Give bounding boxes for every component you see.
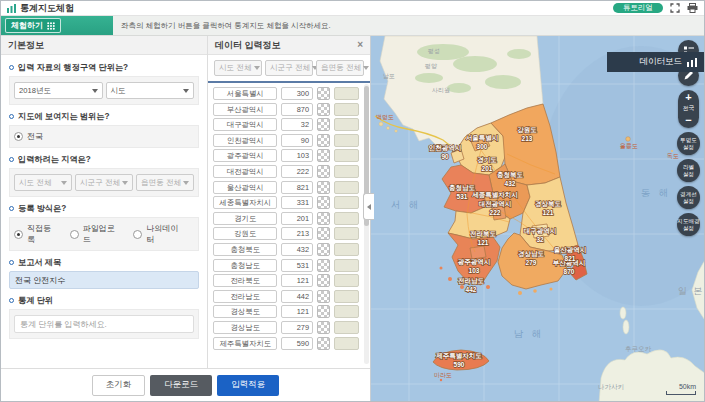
table-row: 제주특별자치도590 (213, 337, 359, 350)
databoard-tab[interactable]: 데이터보드 (607, 52, 704, 72)
method-radio-upload[interactable]: 파일업로드 (70, 223, 123, 245)
map-label: 평양 (425, 63, 437, 70)
color-swatch[interactable] (334, 212, 359, 225)
color-swatch[interactable] (334, 227, 359, 240)
close-icon[interactable]: × (357, 40, 363, 50)
sido-select[interactable]: 시도 전체 (14, 174, 72, 191)
map-area[interactable]: 서울특별시300부산광역시870대구광역시32인천광역시90광주광역시103대전… (371, 36, 704, 401)
color-swatch[interactable] (334, 118, 359, 131)
chevron-down-icon (183, 89, 189, 93)
region-value-input[interactable]: 121 (281, 274, 313, 287)
pattern-swatch[interactable] (317, 87, 330, 100)
color-swatch[interactable] (334, 181, 359, 194)
map-setting-button[interactable]: 라벨설정 (677, 159, 700, 182)
tutorial-button[interactable]: 튜토리얼 (613, 3, 663, 14)
region-value-input[interactable]: 300 (281, 87, 313, 100)
bullet-icon (9, 65, 14, 70)
region-value-input[interactable]: 201 (281, 212, 313, 225)
filter-sigungu-select[interactable]: 시군구 전체 (265, 60, 313, 76)
pattern-swatch[interactable] (317, 118, 330, 131)
region-value-input[interactable]: 32 (281, 118, 313, 131)
color-swatch[interactable] (334, 165, 359, 178)
color-swatch[interactable] (334, 134, 359, 147)
region-value-input[interactable]: 442 (281, 290, 313, 303)
print-icon[interactable] (687, 3, 698, 13)
try-button[interactable]: 체험하기 (5, 18, 61, 33)
table-row: 경상북도121 (213, 305, 359, 318)
region-name-cell: 서울특별시 (213, 87, 277, 100)
map-label: 광주광역시 (458, 258, 491, 266)
region-value-input[interactable]: 121 (281, 305, 313, 318)
question-stat-unit: 통계 단위 (18, 295, 53, 306)
eupmyeondong-select[interactable]: 읍면동 전체 (136, 174, 194, 191)
region-value-input[interactable]: 90 (281, 134, 313, 147)
fullscreen-icon[interactable] (670, 3, 680, 13)
filter-sido-select[interactable]: 시도 전체 (214, 60, 262, 76)
region-value-input[interactable]: 590 (281, 337, 313, 350)
report-title-input[interactable]: 전국 안전지수 (9, 271, 199, 289)
pattern-swatch[interactable] (317, 274, 330, 287)
table-row: 인천광역시90 (213, 134, 359, 147)
zoom-in-button[interactable]: + (685, 92, 691, 102)
korea-choropleth-map[interactable]: 서울특별시300부산광역시870대구광역시32인천광역시90광주광역시103대전… (371, 36, 704, 401)
range-radio-nationwide[interactable]: 전국 (14, 131, 43, 142)
pattern-swatch[interactable] (317, 196, 330, 209)
unit-select[interactable]: 시도 (106, 82, 195, 99)
region-value-input[interactable]: 213 (281, 227, 313, 240)
pattern-swatch[interactable] (317, 337, 330, 350)
color-swatch[interactable] (334, 243, 359, 256)
zoom-out-button[interactable]: − (685, 115, 691, 125)
pattern-swatch[interactable] (317, 227, 330, 240)
region-value-input[interactable]: 432 (281, 243, 313, 256)
pattern-swatch[interactable] (317, 149, 330, 162)
pattern-swatch[interactable] (317, 243, 330, 256)
color-swatch[interactable] (334, 305, 359, 318)
region-value-input[interactable]: 279 (281, 321, 313, 334)
panel-collapse-handle[interactable] (363, 193, 374, 220)
color-swatch[interactable] (334, 321, 359, 334)
color-swatch[interactable] (334, 103, 359, 116)
color-swatch[interactable] (334, 196, 359, 209)
pattern-swatch[interactable] (317, 181, 330, 194)
download-button[interactable]: 다운로드 (150, 375, 212, 396)
region-value-input[interactable]: 821 (281, 181, 313, 194)
region-name-cell: 강원도 (213, 227, 277, 240)
color-swatch[interactable] (334, 87, 359, 100)
region-value-input[interactable]: 103 (281, 149, 313, 162)
pattern-swatch[interactable] (317, 305, 330, 318)
method-radio-direct[interactable]: 직접등록 (14, 223, 59, 245)
region-value-input[interactable]: 531 (281, 259, 313, 272)
pattern-swatch[interactable] (317, 321, 330, 334)
pattern-swatch[interactable] (317, 290, 330, 303)
bullet-icon (9, 157, 14, 162)
region-value-input[interactable]: 870 (281, 103, 313, 116)
map-setting-button[interactable]: 지도배경설정 (677, 213, 700, 236)
map-setting-button[interactable]: 투명도설정 (677, 132, 700, 155)
zoom-extent-label[interactable]: 전국 (683, 104, 695, 113)
color-swatch[interactable] (334, 259, 359, 272)
footer-bar: 초기화 다운로드 입력적용 (1, 368, 370, 401)
statistical-map-app: 통계지도체험 튜토리얼 체험하기 좌측의 체험하기 버튼을 클릭하여 통계지도 … (0, 0, 705, 402)
pattern-swatch[interactable] (317, 259, 330, 272)
map-setting-button[interactable]: 경계선설정 (677, 186, 700, 209)
filter-eupmyeondong-select[interactable]: 읍면동 전체 (316, 60, 364, 76)
reset-button[interactable]: 초기화 (92, 375, 146, 396)
method-radio-mydata[interactable]: 나의데이터 (133, 223, 186, 245)
color-swatch[interactable] (334, 290, 359, 303)
scrollbar-track[interactable] (364, 84, 369, 364)
color-swatch[interactable] (334, 149, 359, 162)
pattern-swatch[interactable] (317, 134, 330, 147)
year-select[interactable]: 2018년도 (14, 82, 103, 99)
pattern-swatch[interactable] (317, 103, 330, 116)
question-method: 등록 방식은? (18, 203, 66, 214)
region-value-input[interactable]: 331 (281, 196, 313, 209)
sigungu-select[interactable]: 시군구 전체 (75, 174, 133, 191)
pattern-swatch[interactable] (317, 165, 330, 178)
pattern-swatch[interactable] (317, 212, 330, 225)
map-label: 제주특별자치도 (435, 352, 482, 360)
stat-unit-input[interactable]: 통계 단위를 입력하세요. (14, 315, 194, 333)
color-swatch[interactable] (334, 274, 359, 287)
apply-button[interactable]: 입력적용 (217, 375, 279, 396)
color-swatch[interactable] (334, 337, 359, 350)
region-value-input[interactable]: 222 (281, 165, 313, 178)
